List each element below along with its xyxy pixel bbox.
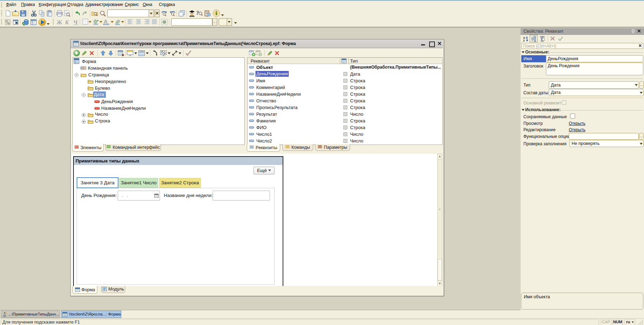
svg-text:Z: Z bbox=[523, 39, 525, 42]
svg-text:?: ? bbox=[196, 10, 199, 16]
